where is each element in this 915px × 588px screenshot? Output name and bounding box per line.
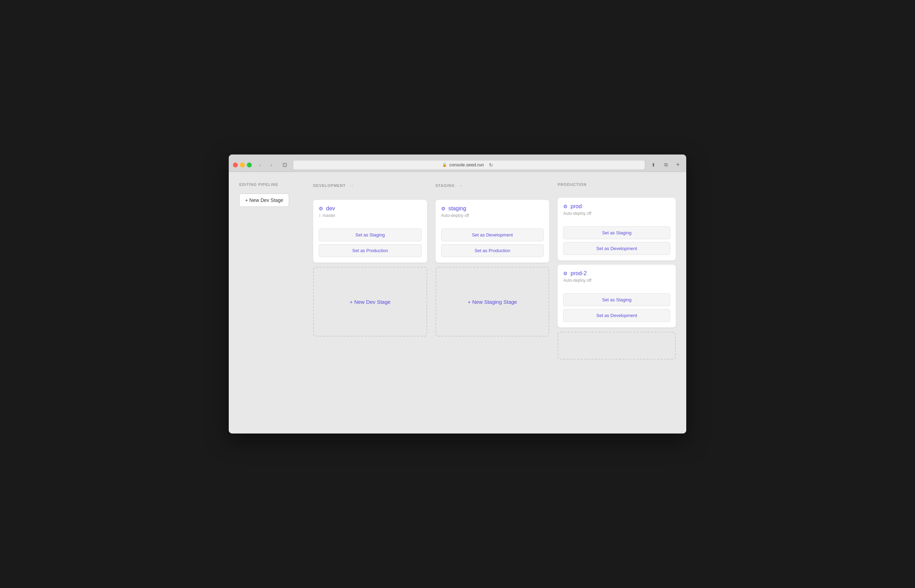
prod-2-stage-meta: Auto-deploy off bbox=[563, 278, 670, 283]
refresh-button[interactable]: ↻ bbox=[486, 161, 496, 169]
new-dev-stage-placeholder-label: + New Dev Stage bbox=[350, 299, 391, 305]
staging-stage-name-text: staging bbox=[449, 205, 466, 212]
production-header: PRODUCTION bbox=[558, 183, 676, 187]
new-staging-stage-placeholder[interactable]: + New Staging Stage bbox=[436, 267, 550, 336]
prod-2-autodeploy-text: Auto-deploy off bbox=[563, 278, 591, 283]
close-button[interactable] bbox=[233, 163, 238, 167]
new-dev-stage-placeholder[interactable]: + New Dev Stage bbox=[313, 267, 427, 336]
staging-stage-actions: Set as Development Set as Production bbox=[441, 228, 544, 257]
sidebar-toggle-button[interactable]: ⊡ bbox=[280, 161, 289, 169]
url-text: console.seed.run bbox=[449, 162, 484, 167]
share-button[interactable]: ⬆ bbox=[649, 161, 658, 169]
dev-stage-actions: Set as Staging Set as Production bbox=[319, 228, 421, 257]
prod-2-set-staging-button[interactable]: Set as Staging bbox=[563, 293, 670, 306]
dev-gear-icon: ⚙ bbox=[319, 206, 323, 212]
prod-set-staging-button[interactable]: Set as Staging bbox=[563, 226, 670, 239]
dev-set-production-button[interactable]: Set as Production bbox=[319, 244, 421, 257]
minimize-button[interactable] bbox=[240, 163, 245, 167]
staging-card-header: ⚙ staging Auto-deploy off bbox=[441, 205, 544, 218]
tab-overview-button[interactable]: ⧉ bbox=[661, 161, 671, 169]
development-column: DEVELOPMENT → ⚙ dev ᚱ master bbox=[309, 183, 431, 360]
editing-pipeline-header: EDITING PIPELINE bbox=[239, 183, 302, 187]
prod-gear-icon: ⚙ bbox=[563, 204, 568, 209]
prod-2-stage-actions: Set as Staging Set as Development bbox=[563, 293, 670, 322]
prod-stage-name: ⚙ prod bbox=[563, 204, 670, 210]
new-dev-stage-sidebar-button[interactable]: + New Dev Stage bbox=[239, 194, 289, 207]
prod-2-gear-icon: ⚙ bbox=[563, 271, 568, 276]
dev-stage-meta: ᚱ master bbox=[319, 213, 421, 218]
staging-stage-meta: Auto-deploy off bbox=[441, 213, 544, 218]
staging-column: STAGING → ⚙ staging Auto-deploy off bbox=[431, 183, 554, 360]
lock-icon: 🔒 bbox=[442, 163, 447, 167]
new-production-stage-placeholder[interactable] bbox=[558, 332, 676, 360]
development-header: DEVELOPMENT → bbox=[313, 183, 427, 189]
staging-set-development-button[interactable]: Set as Development bbox=[441, 228, 544, 241]
prod-2-stage-name: ⚙ prod-2 bbox=[563, 270, 670, 276]
editing-pipeline-sidebar: EDITING PIPELINE + New Dev Stage bbox=[239, 183, 309, 360]
back-button[interactable]: ‹ bbox=[255, 161, 265, 169]
browser-chrome: ‹ › ⊡ 🔒 console.seed.run ↻ ⬆ ⧉ + bbox=[229, 155, 686, 172]
production-label: PRODUCTION bbox=[558, 183, 586, 187]
browser-window: ‹ › ⊡ 🔒 console.seed.run ↻ ⬆ ⧉ + EDITING… bbox=[229, 155, 686, 433]
browser-actions: ⬆ ⧉ + bbox=[649, 161, 682, 169]
staging-arrow-icon: → bbox=[457, 183, 463, 189]
forward-button[interactable]: › bbox=[266, 161, 276, 169]
prod-stage-name-text: prod bbox=[570, 204, 582, 210]
fullscreen-button[interactable] bbox=[247, 163, 252, 167]
dev-branch-text: master bbox=[323, 213, 336, 218]
dev-branch-icon: ᚱ bbox=[319, 213, 321, 218]
dev-stage-card: ⚙ dev ᚱ master Set as Staging Set as Pro… bbox=[313, 200, 427, 263]
staging-gear-icon: ⚙ bbox=[441, 206, 445, 212]
staging-stage-card: ⚙ staging Auto-deploy off Set as Develop… bbox=[436, 200, 550, 263]
prod-card-header: ⚙ prod Auto-deploy off bbox=[563, 204, 670, 216]
staging-header: STAGING → bbox=[436, 183, 550, 189]
nav-buttons: ‹ › bbox=[255, 161, 276, 169]
traffic-lights bbox=[233, 163, 252, 167]
prod-set-development-button[interactable]: Set as Development bbox=[563, 242, 670, 255]
new-staging-stage-placeholder-label: + New Staging Stage bbox=[468, 299, 517, 305]
prod-2-card-header: ⚙ prod-2 Auto-deploy off bbox=[563, 270, 670, 283]
prod-stage-meta: Auto-deploy off bbox=[563, 211, 670, 216]
production-column: PRODUCTION ⚙ prod Auto-deploy off bbox=[554, 183, 676, 360]
dev-set-staging-button[interactable]: Set as Staging bbox=[319, 228, 421, 241]
dev-stage-name-text: dev bbox=[326, 205, 335, 212]
editing-pipeline-label: EDITING PIPELINE bbox=[239, 183, 278, 187]
prod-stage-card: ⚙ prod Auto-deploy off Set as Staging Se… bbox=[558, 198, 676, 260]
staging-label: STAGING bbox=[436, 183, 455, 187]
dev-stage-name: ⚙ dev bbox=[319, 205, 421, 212]
url-bar[interactable]: 🔒 console.seed.run ↻ bbox=[293, 160, 645, 170]
page-content: EDITING PIPELINE + New Dev Stage DEVELOP… bbox=[229, 172, 686, 433]
development-arrow-icon: → bbox=[349, 183, 354, 189]
prod-stage-actions: Set as Staging Set as Development bbox=[563, 226, 670, 255]
staging-set-production-button[interactable]: Set as Production bbox=[441, 244, 544, 257]
prod-autodeploy-text: Auto-deploy off bbox=[563, 211, 591, 216]
prod-2-stage-name-text: prod-2 bbox=[570, 270, 586, 276]
add-tab-button[interactable]: + bbox=[674, 161, 682, 169]
staging-autodeploy-text: Auto-deploy off bbox=[441, 213, 470, 218]
development-label: DEVELOPMENT bbox=[313, 183, 345, 187]
dev-card-header: ⚙ dev ᚱ master bbox=[319, 205, 421, 218]
staging-stage-name: ⚙ staging bbox=[441, 205, 544, 212]
prod-2-stage-card: ⚙ prod-2 Auto-deploy off Set as Staging … bbox=[558, 265, 676, 328]
pipeline-grid: EDITING PIPELINE + New Dev Stage DEVELOP… bbox=[239, 183, 676, 360]
prod-2-set-development-button[interactable]: Set as Development bbox=[563, 309, 670, 322]
